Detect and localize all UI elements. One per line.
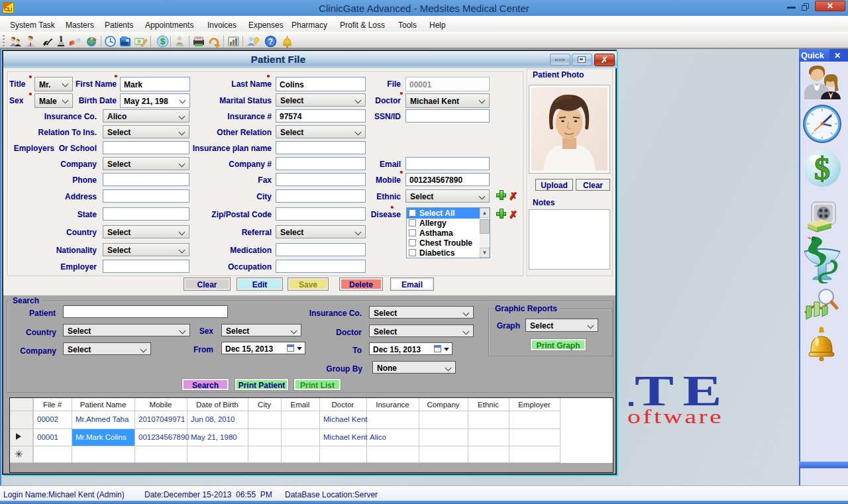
svg-text:$: $: [160, 36, 166, 46]
svg-text:$: $: [814, 151, 830, 186]
svg-text:?: ?: [268, 37, 273, 46]
